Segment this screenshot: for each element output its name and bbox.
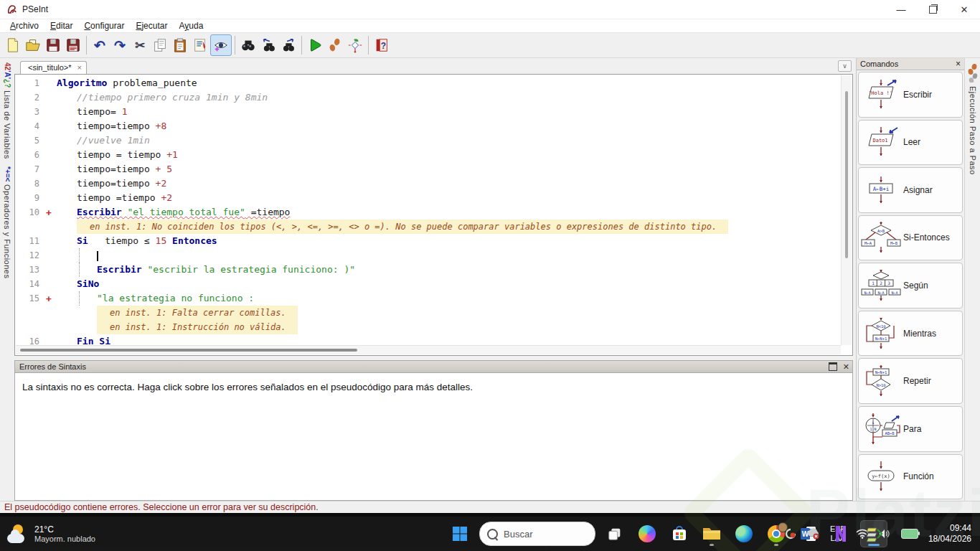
open-file-button[interactable] bbox=[23, 35, 43, 55]
run-step-button[interactable] bbox=[325, 35, 345, 55]
redo-button[interactable]: ↷ bbox=[110, 35, 130, 55]
code-row[interactable]: 3tiempo= 1 bbox=[15, 105, 841, 119]
code-row[interactable]: 14SiNo bbox=[15, 277, 841, 291]
svg-text:3: 3 bbox=[887, 281, 890, 286]
code-row[interactable]: 10+Escribir "el tiempo total fue" =tiemp… bbox=[15, 205, 841, 220]
menu-ayuda[interactable]: Ayuda bbox=[173, 21, 209, 31]
step-execution-tab[interactable]: Ejecución Paso a Paso bbox=[967, 64, 979, 175]
menu-archivo[interactable]: Archivo bbox=[4, 21, 44, 31]
command-funcion-button[interactable]: y←f(x)Función bbox=[858, 454, 963, 500]
error-annotation[interactable]: en inst. 1: Falta cerrar comillas. bbox=[15, 306, 841, 320]
tray-app-icon-record[interactable] bbox=[784, 527, 797, 540]
find-button[interactable] bbox=[238, 35, 258, 55]
paste-icon bbox=[172, 37, 188, 53]
command-repetir-button[interactable]: N←N+1N>10Repetir bbox=[858, 358, 963, 404]
command-segun-button[interactable]: 123N←AN←AN←ASegún bbox=[858, 263, 963, 309]
command-leer-button[interactable]: Dato1Leer bbox=[858, 120, 963, 166]
taskbar-task-view-app[interactable] bbox=[602, 521, 628, 547]
code-editor[interactable]: 1Algoritmo problema_puente2//tiempo prim… bbox=[14, 74, 853, 356]
svg-text:AB←B: AB←B bbox=[885, 431, 895, 435]
menu-configurar[interactable]: Configurar bbox=[78, 21, 130, 31]
code-row[interactable]: 15+"la estrategia no funciono : bbox=[15, 291, 841, 306]
battery-icon[interactable] bbox=[901, 529, 918, 539]
code-row[interactable]: 11Si tiempo ≤ 15 Entonces bbox=[15, 234, 841, 248]
close-panel-icon[interactable]: ✕ bbox=[843, 362, 849, 372]
run-button[interactable] bbox=[305, 35, 325, 55]
vertical-scrollbar[interactable] bbox=[841, 75, 852, 345]
command-si-entonces-button[interactable]: A>BM←AM←BSi-Entonces bbox=[858, 215, 963, 261]
taskbar-netflix-app[interactable] bbox=[828, 521, 854, 547]
auto-syntax-eye-button[interactable] bbox=[210, 34, 232, 56]
close-button[interactable]: ✕ bbox=[948, 0, 980, 19]
code-row[interactable]: 9tiempo =tiempo +2 bbox=[15, 191, 841, 205]
error-annotation-row: en inst. 1: Instrucción no válida. bbox=[55, 320, 841, 334]
copy-button[interactable] bbox=[150, 35, 170, 55]
restore-button[interactable] bbox=[917, 0, 948, 19]
new-file-button[interactable] bbox=[3, 35, 23, 55]
taskbar-copilot-app[interactable] bbox=[634, 521, 660, 547]
line-number: 5 bbox=[15, 136, 46, 146]
code-row[interactable]: 5//vuelve 1min bbox=[15, 133, 841, 148]
taskbar-start-button[interactable] bbox=[447, 521, 473, 547]
command-asignar-button[interactable]: A←B+iAsignar bbox=[858, 167, 963, 213]
error-annotation-row: en inst. 1: Falta cerrar comillas. bbox=[55, 306, 841, 320]
command-mientras-button[interactable]: N<10N←N+1Mientras bbox=[858, 311, 963, 357]
paste-button[interactable] bbox=[170, 35, 190, 55]
command-para-button[interactable]: i1 NAB←BPara bbox=[858, 406, 963, 452]
command-escribir-button[interactable]: 'Hola !'Escribir bbox=[858, 72, 963, 118]
float-panel-icon[interactable] bbox=[829, 362, 837, 371]
editor-tab[interactable]: <sin_titulo>* × bbox=[20, 61, 87, 74]
code-row[interactable]: 1Algoritmo problema_puente bbox=[15, 76, 841, 90]
code-line: tiempo=tiempo + 5 bbox=[55, 162, 841, 176]
code-row[interactable]: 12 bbox=[15, 248, 841, 263]
code-row[interactable]: 2//tiempo primero cruza 1min y 8min bbox=[15, 90, 841, 105]
horizontal-scrollbar-thumb[interactable] bbox=[20, 349, 357, 352]
code-row[interactable]: 13Escribir "escribir la estrategia funic… bbox=[15, 263, 841, 277]
horizontal-scrollbar[interactable] bbox=[16, 345, 841, 354]
tab-close-icon[interactable]: × bbox=[77, 64, 82, 72]
taskbar-search[interactable]: Buscar bbox=[479, 522, 595, 546]
svg-text:N←N+1: N←N+1 bbox=[875, 370, 887, 375]
taskbar-explorer-app[interactable] bbox=[699, 521, 725, 547]
save-file-button[interactable] bbox=[43, 35, 63, 55]
line-number: 10 bbox=[15, 207, 46, 217]
code-row[interactable]: 8tiempo=tiempo +2 bbox=[15, 176, 841, 191]
code-row[interactable]: 6tiempo = tiempo +1 bbox=[15, 148, 841, 162]
error-fold-marker[interactable]: + bbox=[46, 207, 55, 218]
find-prev-button[interactable] bbox=[258, 35, 278, 55]
leer-flowchart-icon: Dato1 bbox=[860, 126, 902, 159]
cut-button[interactable]: ✂ bbox=[130, 35, 150, 55]
code-row[interactable]: 4tiempo=tiempo +8 bbox=[15, 119, 841, 133]
taskbar-edge-app[interactable] bbox=[731, 521, 757, 547]
help-button[interactable]: ? bbox=[372, 35, 392, 55]
menu-editar[interactable]: Editar bbox=[44, 21, 78, 31]
weather-widget[interactable]: 21°C Mayorm. nublado bbox=[7, 524, 151, 544]
taskbar-pseint-app[interactable] bbox=[860, 520, 887, 547]
running-indicator bbox=[774, 544, 778, 546]
draw-flowchart-button[interactable] bbox=[345, 35, 365, 55]
tray-app-icon-sync-error[interactable] bbox=[807, 527, 820, 540]
syntax-notes-button[interactable] bbox=[190, 35, 210, 55]
line-number: 7 bbox=[15, 164, 46, 174]
minimize-button[interactable]: — bbox=[885, 0, 917, 19]
save-all-button[interactable] bbox=[63, 35, 83, 55]
menu-ejecutar[interactable]: Ejecutar bbox=[130, 21, 173, 31]
line-number: 6 bbox=[15, 150, 46, 160]
code-row[interactable]: 7tiempo=tiempo + 5 bbox=[15, 162, 841, 176]
error-annotation[interactable]: en inst. 1: No coinciden los tipos (<, >… bbox=[15, 220, 841, 234]
restore-icon bbox=[929, 6, 937, 14]
error-annotation[interactable]: en inst. 1: Instrucción no válida. bbox=[15, 320, 841, 334]
error-fold-marker[interactable]: + bbox=[46, 293, 55, 304]
svg-text:A←B+i: A←B+i bbox=[873, 186, 890, 192]
undo-button[interactable]: ↶ bbox=[90, 35, 110, 55]
tab-list-dropdown[interactable]: ∨ bbox=[838, 60, 852, 72]
vertical-scrollbar-thumb[interactable] bbox=[845, 91, 848, 258]
command-label: Según bbox=[903, 281, 928, 291]
commands-close-icon[interactable]: × bbox=[956, 59, 961, 69]
clock-widget[interactable]: 09:44 18/04/2026 bbox=[928, 523, 971, 545]
variables-tab[interactable]: 42'A'¿? Lista de Variables bbox=[3, 62, 11, 159]
svg-text:A>B: A>B bbox=[877, 229, 885, 233]
find-next-button[interactable] bbox=[278, 35, 298, 55]
operators-tab[interactable]: *+=< Operadores y Funciones bbox=[3, 166, 11, 279]
taskbar-store-app[interactable] bbox=[666, 521, 692, 547]
